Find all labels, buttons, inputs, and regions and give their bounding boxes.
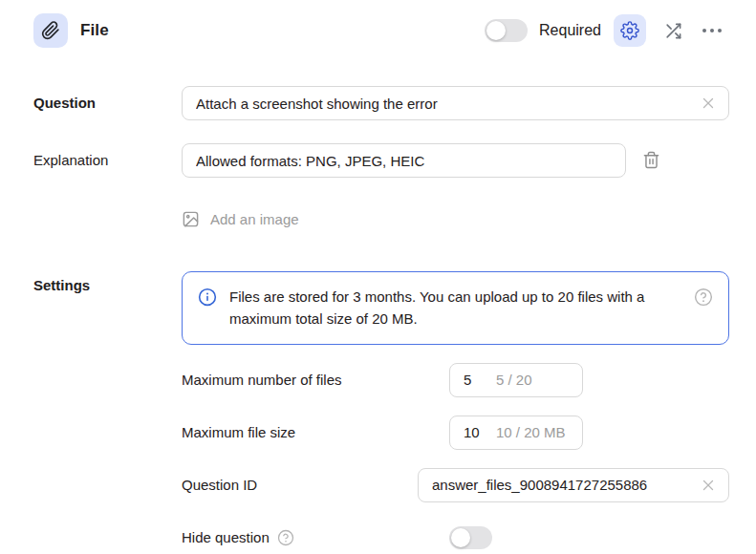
delete-explanation-button[interactable] (642, 151, 660, 169)
settings-panel: Files are stored for 3 months. You can u… (182, 271, 729, 554)
max-file-size-row: Maximum file size 10 / 20 MB (182, 416, 729, 450)
add-image-button[interactable]: Add an image (182, 206, 299, 228)
add-image-label: Add an image (210, 211, 299, 227)
question-row: Question (33, 86, 729, 120)
question-label: Question (33, 86, 182, 111)
gear-icon (620, 21, 639, 40)
more-options-button[interactable] (702, 29, 722, 32)
hide-question-help-icon[interactable] (277, 529, 294, 546)
hide-question-toggle[interactable] (449, 526, 492, 549)
info-banner: Files are stored for 3 months. You can u… (182, 271, 729, 345)
more-icon (702, 29, 706, 32)
banner-help-button[interactable] (694, 288, 713, 307)
explanation-label: Explanation (33, 143, 182, 168)
hide-question-row: Hide question (182, 521, 729, 554)
question-form: Question Explanation (0, 86, 756, 554)
clear-question-id-button[interactable] (698, 477, 719, 494)
question-id-label: Question ID (182, 477, 418, 493)
max-file-size-input[interactable] (464, 424, 496, 440)
max-file-size-input-box: 10 / 20 MB (449, 416, 583, 450)
question-id-input-box (418, 468, 729, 502)
shuffle-icon (664, 22, 682, 40)
add-image-row: Add an image (33, 206, 729, 228)
max-file-size-label: Maximum file size (182, 424, 449, 440)
explanation-input-box (182, 143, 626, 178)
max-files-input-box: 5 / 20 (449, 363, 583, 397)
shuffle-button[interactable] (664, 22, 682, 40)
info-banner-text: Files are stored for 3 months. You can u… (229, 286, 681, 330)
question-id-row: Question ID (182, 468, 729, 502)
help-icon (694, 288, 713, 307)
info-icon (198, 288, 217, 307)
max-files-row: Maximum number of files 5 / 20 (182, 363, 729, 397)
required-toggle[interactable] (485, 19, 528, 42)
file-type-badge (33, 13, 68, 48)
page-title: File (80, 21, 109, 40)
hide-question-toggle-knob (451, 528, 470, 547)
question-input-box (182, 86, 729, 120)
trash-icon (642, 151, 660, 169)
paperclip-icon (41, 21, 60, 40)
explanation-input[interactable] (196, 153, 616, 169)
max-file-size-hint: 10 / 20 MB (496, 424, 566, 440)
settings-row: Settings Files are stored for 3 months. … (33, 271, 729, 554)
clear-question-button[interactable] (698, 95, 719, 112)
file-question-editor: File Required (0, 0, 756, 554)
settings-label: Settings (33, 271, 182, 293)
header: File Required (0, 0, 756, 48)
question-id-input[interactable] (432, 477, 698, 493)
max-files-hint: 5 / 20 (496, 372, 532, 388)
close-icon (700, 477, 717, 494)
max-files-label: Maximum number of files (182, 372, 449, 388)
hide-question-label: Hide question (182, 529, 270, 545)
settings-button[interactable] (614, 14, 646, 47)
image-icon (182, 210, 200, 228)
question-input[interactable] (196, 96, 698, 112)
required-toggle-knob (486, 21, 506, 40)
close-icon (700, 95, 717, 112)
required-label: Required (539, 22, 601, 39)
explanation-row: Explanation (33, 143, 729, 178)
max-files-input[interactable] (464, 372, 496, 388)
